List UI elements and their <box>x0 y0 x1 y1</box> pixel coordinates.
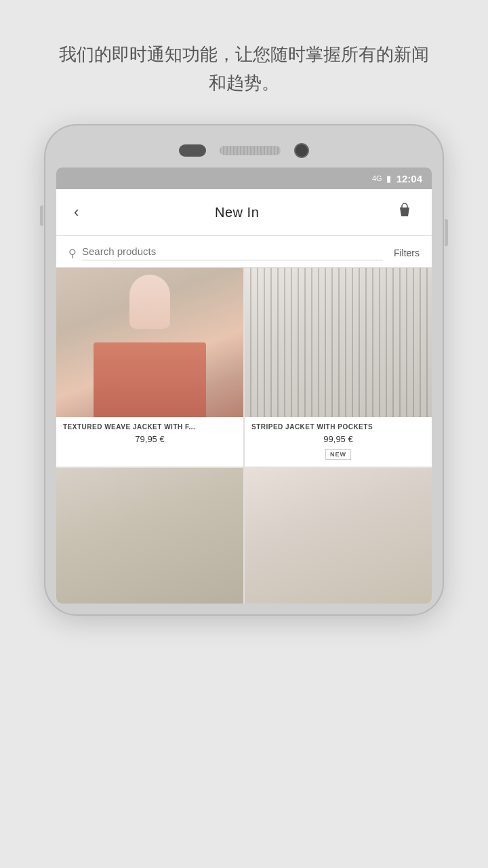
cart-button[interactable] <box>390 199 420 226</box>
back-button[interactable]: ‹ <box>68 201 84 224</box>
status-time: 12:04 <box>396 173 422 184</box>
app-header: ‹ New In <box>56 189 432 236</box>
product-card[interactable]: STRIPED JACKET WITH POCKETS 99,95 € NEW <box>245 268 432 467</box>
search-container: ⚲ Filters <box>56 236 432 268</box>
status-icons: 4G ▮ <box>372 174 391 184</box>
product-grid: TEXTURED WEAVE JACKET WITH F... 79,95 € … <box>56 268 432 604</box>
phone-speaker <box>220 146 281 155</box>
product-card[interactable] <box>56 468 243 604</box>
new-badge: NEW <box>325 449 351 460</box>
phone-mockup: 4G ▮ 12:04 ‹ New In ⚲ Filte <box>44 124 444 616</box>
battery-icon: ▮ <box>386 174 391 184</box>
camera-lens <box>294 143 309 158</box>
product-price-2: 99,95 € <box>251 434 425 444</box>
signal-icon: 4G <box>372 174 382 182</box>
new-badge-container: NEW <box>251 447 425 460</box>
product-info-2: STRIPED JACKET WITH POCKETS 99,95 € NEW <box>245 417 432 467</box>
filters-button[interactable]: Filters <box>383 248 420 258</box>
power-button <box>445 219 448 246</box>
product-name-2: STRIPED JACKET WITH POCKETS <box>251 422 425 431</box>
page-title: New In <box>215 205 259 220</box>
bag-icon <box>395 201 414 220</box>
product-info-1: TEXTURED WEAVE JACKET WITH F... 79,95 € <box>56 417 243 451</box>
product-price-1: 79,95 € <box>63 434 237 444</box>
front-camera <box>179 144 206 157</box>
product-card[interactable] <box>245 468 432 604</box>
product-image-2 <box>245 268 432 417</box>
search-row: ⚲ Filters <box>68 245 420 267</box>
volume-button <box>40 205 43 226</box>
product-name-1: TEXTURED WEAVE JACKET WITH F... <box>63 422 237 431</box>
search-input-wrapper: ⚲ <box>68 245 383 260</box>
product-card[interactable]: TEXTURED WEAVE JACKET WITH F... 79,95 € <box>56 268 243 467</box>
product-image-4 <box>245 468 432 604</box>
page-description: 我们的即时通知功能，让您随时掌握所有的新闻和趋势。 <box>0 0 488 124</box>
search-input[interactable] <box>82 245 383 260</box>
phone-screen: 4G ▮ 12:04 ‹ New In ⚲ Filte <box>56 167 432 604</box>
phone-top-bar <box>56 136 432 167</box>
product-image-1 <box>56 268 243 417</box>
product-image-3 <box>56 468 243 604</box>
search-icon: ⚲ <box>68 247 77 260</box>
status-bar: 4G ▮ 12:04 <box>56 167 432 189</box>
